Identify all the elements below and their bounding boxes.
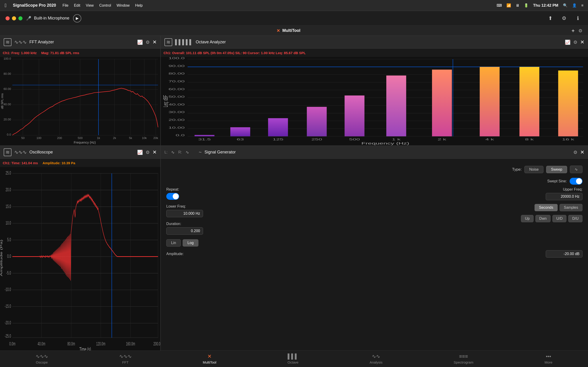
svg-rect-77 (386, 75, 406, 136)
osc-close-button[interactable]: ✕ (153, 149, 157, 155)
info-button[interactable]: ℹ (573, 14, 582, 23)
fft-status: Ch1: Freq: 1.000 kHz Mag: 71.81 dB SPL r… (0, 49, 160, 57)
traffic-lights (6, 16, 23, 20)
type-sweep-button[interactable]: Sweep (546, 166, 567, 173)
menu-edit[interactable]: Edit (74, 3, 80, 8)
apple-logo[interactable]:  (5, 2, 6, 8)
siggen-left: Repeat: Lower Freq: Duration: (166, 187, 379, 247)
svg-text:50.00: 50.00 (168, 95, 184, 98)
app-name: SignalScope Pro 2020 (13, 3, 56, 8)
svg-text:100: 100 (36, 136, 42, 140)
more-tab-icon: ••• (546, 353, 551, 359)
user-icon[interactable]: 👤 (572, 3, 577, 8)
menu-file[interactable]: File (62, 3, 69, 8)
add-panel-button[interactable]: + (571, 27, 575, 34)
tab-spectrogram[interactable]: ≡≡≡ Spectrogram (444, 352, 483, 366)
duration-label: Duration: (166, 222, 370, 226)
svg-text:25.0: 25.0 (6, 170, 11, 176)
svg-text:500: 500 (78, 136, 83, 140)
tab-multitool[interactable]: ✕ MultiTool (194, 352, 225, 366)
samples-button[interactable]: Samples (560, 204, 582, 211)
duration-input[interactable] (166, 227, 203, 235)
osc-chart-area: 25.0 20.0 15.0 10.0 5.0 0.0 -5.0 -10.0 -… (0, 167, 160, 350)
osc-chart-svg: 25.0 20.0 15.0 10.0 5.0 0.0 -5.0 -10.0 -… (0, 167, 160, 350)
tab-more[interactable]: ••• More (536, 352, 562, 366)
play-button[interactable]: ▶ (73, 14, 81, 23)
lower-freq-group: Lower Freq: (166, 204, 370, 217)
svg-text:Frequency (Hz): Frequency (Hz) (361, 142, 409, 145)
svg-text:4 k: 4 k (485, 138, 494, 141)
svg-text:60.00: 60.00 (168, 87, 184, 91)
siggen-settings-button[interactable]: ⚙ (573, 150, 578, 155)
share-button[interactable]: ⬆ (546, 14, 555, 23)
amplitude-input[interactable] (546, 250, 582, 258)
menu-help[interactable]: Help (135, 3, 143, 8)
du-button[interactable]: D/U (568, 215, 582, 222)
bluetooth-icon: ⌨ (497, 3, 502, 8)
fft-close-button[interactable]: ✕ (153, 39, 157, 45)
close-button[interactable] (6, 16, 10, 20)
svg-rect-78 (432, 69, 452, 136)
log-button[interactable]: Log (183, 239, 199, 247)
repeat-label: Repeat: (166, 187, 370, 192)
svg-text:160.0m: 160.0m (126, 341, 135, 347)
osc-settings-button[interactable]: ⚙ (146, 150, 150, 155)
osc-status: Ch1: Time: 141.04 ms Amplitude: 10.39 Pa (0, 159, 160, 167)
svg-rect-80 (519, 67, 540, 136)
type-row: Type: Noise Sweep ∿ (166, 163, 582, 173)
tab-analysis[interactable]: ∿∿ Analysis (360, 352, 392, 366)
menu-control[interactable]: Control (99, 3, 111, 8)
minimize-button[interactable] (12, 16, 16, 20)
settings-button[interactable]: ⚙ (560, 14, 569, 23)
up-button[interactable]: Up (521, 215, 533, 222)
tab-octave[interactable]: ▌▌▌ Octave (278, 352, 308, 366)
window-title-bar: ✕ MultiTool + ⚙ (0, 26, 588, 36)
fft-settings-button[interactable]: ⚙ (146, 40, 150, 45)
menu-window[interactable]: Window (116, 3, 130, 8)
spectrogram-tab-icon: ≡≡≡ (459, 353, 468, 359)
svg-rect-81 (558, 70, 578, 136)
svg-rect-76 (345, 95, 364, 136)
bottom-row: ≋ ∿∿∿ Oscilloscope 📈 ⚙ ✕ Ch1: Time: 141.… (0, 146, 588, 350)
maximize-button[interactable] (18, 16, 23, 20)
octave-tab-icon: ▌▌▌ (288, 353, 298, 359)
tab-oscope[interactable]: ∿∿∿ Oscope (26, 352, 57, 366)
control-center-icon[interactable]: ≡ (581, 3, 583, 8)
search-icon[interactable]: 🔍 (563, 3, 568, 8)
octave-close-button[interactable]: ✕ (580, 39, 584, 45)
octave-settings-button[interactable]: ⚙ (573, 40, 578, 45)
osc-graph-button[interactable]: 📈 (137, 150, 143, 155)
svg-text:Leq: dBF: Leq: dBF (162, 95, 169, 107)
dwn-button[interactable]: Dwn (536, 215, 551, 222)
octave-panel: ≋ ▌▌▌▌▌ Octave Analyzer 📈 ⚙ ✕ Ch1: Overa… (161, 36, 588, 145)
type-noise-button[interactable]: Noise (524, 166, 544, 173)
octave-title: Octave Analyzer (196, 40, 226, 44)
octave-chart: 100.0 90.00 80.00 70.00 60.00 50.00 40.0… (161, 57, 588, 145)
octave-graph-button[interactable]: 📈 (565, 40, 571, 45)
tab-fft[interactable]: ∿∿∿ FFT (110, 352, 141, 366)
type-sine-button[interactable]: ∿ (570, 166, 582, 173)
lower-freq-label: Lower Freq: (166, 204, 370, 209)
octave-waveform-icon: ≋ (164, 38, 172, 46)
fft-tab-icon: ∿∿∿ (119, 353, 132, 359)
svg-text:15.0: 15.0 (6, 203, 11, 209)
fft-graph-button[interactable]: 📈 (137, 40, 143, 45)
seconds-button[interactable]: Seconds (535, 204, 557, 211)
app-toolbar: 🎤 Built-in Microphone ▶ ⬆ ⚙ ℹ (0, 11, 588, 26)
siggen-close-button[interactable]: ✕ (580, 149, 584, 155)
ud-button[interactable]: U/D (552, 215, 567, 222)
repeat-toggle[interactable] (166, 193, 179, 200)
window-settings-button[interactable]: ⚙ (578, 28, 582, 33)
lin-button[interactable]: Lin (166, 239, 181, 247)
siggen-header-left: L: ∿ R: ∿ (164, 150, 189, 155)
upper-freq-input[interactable] (546, 193, 582, 200)
svg-text:-10.0: -10.0 (5, 286, 11, 292)
svg-text:40.0m: 40.0m (38, 341, 45, 347)
swept-sine-toggle[interactable] (570, 178, 582, 185)
svg-text:20k: 20k (153, 136, 158, 140)
svg-rect-79 (480, 67, 500, 136)
lower-freq-input[interactable] (166, 210, 203, 217)
svg-text:200.0m: 200.0m (153, 341, 160, 347)
siggen-panel-header: L: ∿ R: ∿ ~ Signal Generator ⚙ ✕ (161, 146, 588, 159)
menu-view[interactable]: View (86, 3, 94, 8)
